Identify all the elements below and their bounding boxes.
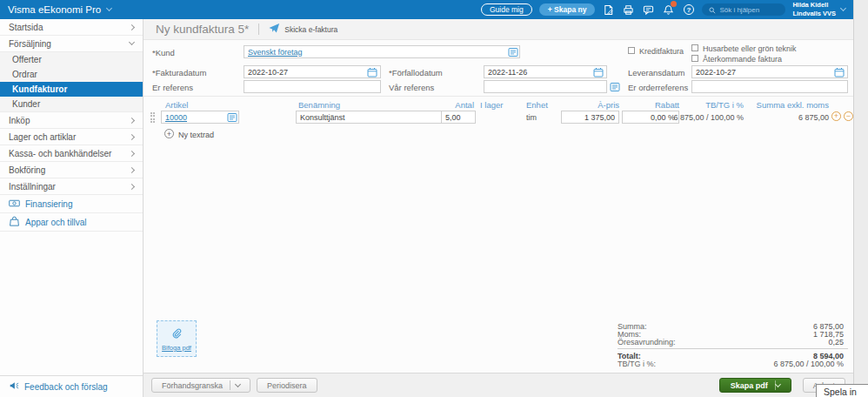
create-pdf-button[interactable]: Skapa pdf: [719, 378, 791, 393]
antal-input[interactable]: [441, 111, 476, 124]
chevron-down-icon: [840, 5, 846, 11]
banknote-icon: [9, 198, 20, 211]
sidebar-item-kunder[interactable]: Kunder: [0, 97, 143, 111]
send-einvoice-button[interactable]: Skicka e-faktura: [269, 23, 337, 36]
printer-icon[interactable]: [622, 3, 635, 17]
periodisera-button[interactable]: Periodisera: [257, 378, 317, 393]
leveransdatum-input[interactable]: [691, 65, 848, 78]
sidebar-item-label: Inställningar: [9, 182, 56, 192]
feedback-label: Feedback och förslag: [24, 382, 108, 392]
topbar: Visma eEkonomi Pro Guide mig + Skapa ny: [0, 0, 853, 19]
document-edit-icon[interactable]: [602, 3, 615, 17]
article-register-icon[interactable]: [227, 112, 237, 123]
benamning-input[interactable]: [296, 111, 447, 124]
sidebar-item-label: Appar och tillval: [25, 218, 87, 227]
window-edge: [853, 0, 868, 397]
sidebar-item-label: Lager och artiklar: [9, 132, 76, 142]
add-textrow-icon[interactable]: [164, 129, 174, 138]
attach-pdf-label[interactable]: Bifoga pdf: [162, 344, 191, 352]
attach-pdf-dropzone[interactable]: Bifoga pdf: [157, 320, 197, 357]
add-textrow-label[interactable]: Ny textrad: [178, 131, 214, 139]
forfallodatum-input[interactable]: [484, 65, 607, 78]
customer-register-icon[interactable]: [508, 47, 518, 57]
sidebar-item-ordrar[interactable]: Ordrar: [0, 67, 143, 82]
notifications-icon[interactable]: [662, 3, 675, 17]
calendar-icon[interactable]: [367, 67, 377, 77]
sidebar-item-appar-tillval[interactable]: Appar och tillval: [0, 213, 143, 232]
sidebar-item-lager[interactable]: Lager och artiklar: [0, 129, 143, 145]
page-header: Ny kundfaktura 5* Skicka e-faktura: [144, 19, 853, 40]
page-title: Ny kundfaktura 5*: [156, 23, 249, 36]
apris-input[interactable]: [561, 111, 619, 124]
paperclip-icon: [171, 326, 182, 342]
aterkommande-checkbox[interactable]: [691, 55, 698, 62]
help-icon[interactable]: [682, 3, 695, 17]
sidebar-item-label: Finansiering: [25, 199, 72, 209]
chevron-down-icon: [129, 39, 135, 45]
guide-button[interactable]: Guide mig: [481, 3, 532, 16]
var-referens-input[interactable]: [484, 80, 607, 93]
er-orderreferens-input[interactable]: [691, 80, 848, 93]
col-header-artikel: Artikel: [165, 100, 188, 110]
sidebar-item-installningar[interactable]: Inställningar: [0, 178, 143, 195]
notification-badge: [671, 1, 677, 7]
oresavrundning-value: 0,25: [726, 338, 844, 347]
paper-plane-icon: [269, 23, 280, 36]
search-input[interactable]: [719, 6, 780, 14]
remove-row-icon[interactable]: [844, 111, 853, 121]
er-referens-input[interactable]: [244, 80, 381, 93]
sidebar-item-inkop[interactable]: Inköp: [0, 112, 143, 129]
sidebar-item-label: Offerter: [12, 55, 42, 64]
leveransdatum-label: Leveransdatum: [628, 68, 684, 77]
sidebar-item-label: Inköp: [9, 116, 30, 125]
col-header-summa: Summa exkl. moms: [744, 100, 829, 110]
feedback-link[interactable]: Feedback och förslag: [0, 375, 143, 397]
topbar-actions: Guide mig + Skapa ny: [481, 1, 845, 18]
forfallodatum-label: *Förfallodatum: [389, 68, 443, 77]
sidebar-item-kassa-bank[interactable]: Kassa- och bankhändelser: [0, 145, 143, 162]
sidebar-item-bokforing[interactable]: Bokföring: [0, 162, 143, 178]
user-menu[interactable]: Hilda Kidell Lindvalls VVS: [792, 1, 845, 18]
calendar-icon[interactable]: [593, 67, 604, 77]
app-window: Visma eEkonomi Pro Guide mig + Skapa ny: [0, 0, 868, 397]
fakturadatum-label: *Fakturadatum: [152, 68, 206, 77]
add-row-icon[interactable]: [831, 111, 841, 121]
divider: [144, 96, 853, 97]
chevron-right-icon: [129, 117, 135, 123]
chat-icon[interactable]: [642, 3, 655, 17]
sidebar-item-label: Kunder: [12, 99, 40, 109]
sidebar-item-finansiering[interactable]: Finansiering: [0, 195, 143, 213]
app-title: Visma eEkonomi Pro: [8, 4, 101, 15]
create-new-button[interactable]: + Skapa ny: [539, 3, 596, 16]
send-einvoice-label: Skicka e-faktura: [284, 25, 337, 34]
row-drag-handle[interactable]: [150, 112, 155, 123]
preview-button[interactable]: Förhandsgranska: [151, 378, 250, 393]
calendar-icon[interactable]: [834, 67, 845, 77]
shopping-bag-icon: [9, 216, 20, 229]
preview-label: Förhandsgranska: [162, 381, 223, 390]
kund-label: *Kund: [152, 48, 175, 57]
col-header-antal: Antal: [431, 100, 474, 110]
kund-field[interactable]: Svenskt företag: [244, 45, 520, 58]
fakturadatum-input[interactable]: [244, 65, 381, 78]
sidebar-item-kundfakturor[interactable]: Kundfakturor: [0, 82, 143, 97]
footer-bar: Förhandsgranska Periodisera Skapa pdf Av…: [144, 373, 853, 397]
chevron-down-icon: [775, 380, 781, 387]
kund-link[interactable]: Svenskt företag: [248, 48, 303, 57]
record-overlay[interactable]: Spela in: [816, 384, 868, 397]
user-name: Hilda Kidell: [792, 1, 836, 10]
husarbete-checkbox[interactable]: [691, 44, 698, 51]
sidebar-item-forsaljning[interactable]: Försäljning: [0, 36, 143, 52]
megaphone-icon: [9, 380, 19, 393]
sidebar-item-startsida[interactable]: Startsida: [0, 19, 143, 36]
sidebar-item-offerter[interactable]: Offerter: [0, 52, 143, 67]
app-menu[interactable]: Visma eEkonomi Pro: [8, 4, 111, 15]
help-search[interactable]: [702, 3, 785, 16]
kreditfaktura-checkbox[interactable]: [628, 47, 635, 54]
col-header-rabatt: Rabatt: [622, 100, 679, 110]
artikel-link[interactable]: 10000: [165, 113, 187, 122]
periodisera-label: Periodisera: [267, 381, 307, 390]
invoice-editor: Ny kundfaktura 5* Skicka e-faktura *Kund…: [144, 19, 853, 397]
sidebar-item-label: Kassa- och bankhändelser: [9, 149, 111, 158]
reference-register-icon[interactable]: [610, 82, 620, 92]
